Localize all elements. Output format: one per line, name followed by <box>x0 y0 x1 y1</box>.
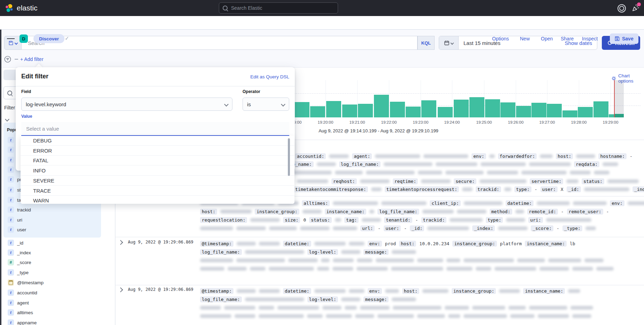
sidebar-field-trackid[interactable]: ttrackid <box>8 205 105 215</box>
sidebar-field-appname[interactable]: tappname <box>8 318 105 325</box>
text-field-icon: t <box>8 289 14 296</box>
inspect-button[interactable]: Inspect <box>582 36 598 41</box>
date-quick-menu-button[interactable] <box>439 36 459 50</box>
field-chip-log_file_name: log_file_name: <box>339 161 381 167</box>
partial-bucket-bar[interactable] <box>614 114 624 117</box>
redacted-value <box>277 306 319 310</box>
value-input[interactable] <box>25 125 285 132</box>
sidebar-field-_type[interactable]: t_type <box>8 268 105 277</box>
document-summary-line[interactable] <box>200 257 604 263</box>
kql-query-input[interactable] <box>22 36 417 50</box>
share-button[interactable]: Share <box>561 36 574 41</box>
filter-icon[interactable] <box>4 56 11 63</box>
document-summary-line[interactable] <box>200 313 591 319</box>
histogram-bar[interactable] <box>547 104 562 117</box>
histogram-bar[interactable] <box>406 107 421 117</box>
histogram-bar[interactable] <box>485 99 500 117</box>
histogram-bar[interactable] <box>454 100 469 117</box>
edit-as-query-dsl-link[interactable]: Edit as Query DSL <box>250 74 289 79</box>
operator-combobox[interactable]: is <box>243 98 289 111</box>
redacted-value <box>499 289 520 293</box>
add-filter-button[interactable]: + Add filter <box>20 56 44 62</box>
saved-query-menu-button[interactable] <box>4 36 22 50</box>
field-chip-timetakentoprocessrequest: timetakentoprocessrequest: <box>385 186 459 192</box>
save-icon <box>615 36 620 41</box>
sidebar-field-_id[interactable]: t_id <box>8 238 105 248</box>
new-button[interactable]: New <box>520 36 530 41</box>
value-combobox[interactable] <box>21 122 289 136</box>
space-avatar[interactable]: D <box>20 34 28 43</box>
sidebar-field-@timestamp[interactable]: @timestamp <box>8 278 105 287</box>
histogram-bar[interactable] <box>562 110 577 117</box>
field-chip-_id: _id: <box>410 225 424 231</box>
document-summary-line[interactable]: host:instance_group:instance_name:log_fi… <box>200 209 609 214</box>
histogram-bar[interactable] <box>531 103 546 117</box>
save-button[interactable]: Save <box>610 33 638 44</box>
field-chip-requestlocation: requestlocation: <box>200 217 247 223</box>
open-button[interactable]: Open <box>541 36 553 41</box>
sidebar-field-user[interactable]: tuser <box>8 225 105 234</box>
histogram-bar[interactable] <box>516 106 531 117</box>
global-search[interactable] <box>219 2 338 14</box>
sidebar-field-alltimes[interactable]: talltimes <box>8 308 105 317</box>
redacted-value <box>423 154 468 158</box>
redacted-value <box>356 267 388 271</box>
histogram-bar[interactable] <box>421 100 436 117</box>
document-summary-line[interactable]: requestlocation:size:0status:tag:tenanti… <box>200 217 591 223</box>
histogram-bar[interactable] <box>358 104 373 117</box>
histogram-bar[interactable] <box>326 101 341 117</box>
document-summary-line[interactable]: @timestamp:datetime:env:prodhost:10.0.20… <box>200 241 575 246</box>
redacted-value <box>572 314 591 318</box>
collapse-fields-icon[interactable] <box>5 117 9 122</box>
current-time-marker <box>614 80 615 117</box>
breadcrumb[interactable]: Discover <box>33 34 64 43</box>
redacted-value <box>448 314 460 318</box>
expand-row-icon[interactable] <box>118 287 123 292</box>
histogram-bar[interactable] <box>374 95 389 117</box>
redacted-value <box>457 210 486 214</box>
document-summary-line[interactable]: log_file_name:log-level:message: <box>200 296 416 302</box>
text-field-icon: t <box>8 300 14 306</box>
value-option-info[interactable]: INFO <box>21 166 294 176</box>
help-icon[interactable] <box>618 4 626 13</box>
histogram-bar[interactable] <box>438 107 453 117</box>
value-option-trace[interactable]: TRACE <box>21 186 294 196</box>
document-summary-line[interactable] <box>200 305 593 310</box>
histogram-bar[interactable] <box>578 107 593 117</box>
sidebar-field-agent[interactable]: tagent <box>8 298 105 308</box>
redacted-value <box>200 314 231 318</box>
histogram-bar[interactable] <box>609 114 614 117</box>
histogram-bar[interactable] <box>390 102 405 117</box>
histogram-bar[interactable] <box>500 102 515 117</box>
histogram-bar[interactable] <box>469 97 484 117</box>
value-option-debug[interactable]: DEBUG <box>21 136 294 146</box>
redacted-value <box>529 162 571 166</box>
sidebar-field-_index[interactable]: t_index <box>8 248 105 257</box>
document-summary-line[interactable] <box>200 266 614 271</box>
value-option-error[interactable]: ERROR <box>21 146 294 156</box>
field-combobox[interactable]: log-level.keyword <box>21 98 232 111</box>
dropdown-scrollbar[interactable] <box>288 138 290 176</box>
document-summary-line[interactable]: @timestamp:datetime:env:host:instance_gr… <box>200 288 580 294</box>
sidebar-field-_score[interactable]: #_score <box>8 257 105 267</box>
document-summary-line[interactable]: url:-user:-_id:_index:_score:-_type: <box>200 225 596 231</box>
newsfeed-icon[interactable] <box>631 4 640 14</box>
histogram-bar[interactable] <box>310 106 325 117</box>
document-summary-line[interactable]: log_file_name:log-level:message: <box>200 249 416 255</box>
elastic-brand[interactable]: elastic <box>5 3 38 13</box>
options-button[interactable]: Options <box>492 36 509 41</box>
value-option-fatal[interactable]: FATAL <box>21 156 294 165</box>
text-field-icon: t <box>8 309 14 316</box>
global-search-input[interactable] <box>230 5 334 11</box>
histogram-bar[interactable] <box>294 102 309 117</box>
sidebar-field-accountid[interactable]: taccountid <box>8 288 105 297</box>
sidebar-field-uri[interactable]: turi <box>8 215 105 225</box>
value-option-warn[interactable]: WARN <box>21 196 294 204</box>
expand-row-icon[interactable] <box>118 240 123 245</box>
redacted-value <box>603 162 618 166</box>
histogram-bar[interactable] <box>342 105 357 117</box>
query-input[interactable] <box>27 40 412 46</box>
kql-language-button[interactable]: KQL <box>417 36 435 50</box>
value-option-severe[interactable]: SEVERE <box>21 176 294 186</box>
histogram-bar[interactable] <box>593 101 608 117</box>
